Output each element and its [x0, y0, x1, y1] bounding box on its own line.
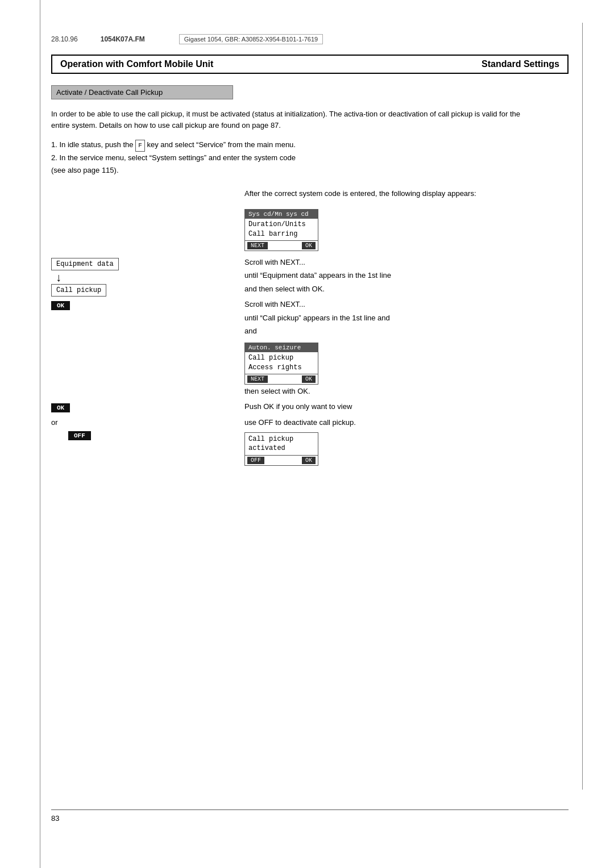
- then-select-row: then select with OK.: [51, 387, 569, 395]
- display1-title: Sys cd/Mn sys cd: [245, 210, 318, 219]
- step2-line: 2. In the service menu, select “System s…: [51, 152, 569, 164]
- title-left: Operation with Comfort Mobile Unit: [60, 59, 213, 69]
- until-call-pickup: until “Call pickup” appears in the 1st l…: [244, 312, 569, 324]
- right-col-after-code: After the correct system code is entered…: [244, 188, 569, 204]
- equipment-left: Equipment data ↓ Call pickup OK: [51, 257, 244, 339]
- until-equipment: until “Equipment data” appears in the 1s…: [244, 270, 569, 281]
- page-footer: 83: [51, 809, 569, 823]
- left-col-empty: [51, 188, 244, 204]
- section-header: Activate / Deactivate Call Pickup: [51, 85, 233, 99]
- display2-line1: Call pickup: [248, 353, 314, 363]
- or-section: or OFF use OFF to deactivate call pickup…: [51, 418, 569, 466]
- or-right: use OFF to deactivate call pickup. Call …: [244, 418, 569, 466]
- display3-line1: Call pickup: [248, 435, 314, 444]
- off-button-wrapper: OFF: [68, 429, 244, 443]
- display3-buttons: OFF OK: [245, 455, 318, 465]
- right-col-then: then select with OK.: [244, 387, 310, 395]
- step1-line: 1. In idle status, push the F key and se…: [51, 139, 569, 152]
- left-col-d1: [51, 209, 244, 251]
- scroll-next-1: Scroll with NEXT...: [244, 257, 569, 268]
- display1-buttons: NEXT OK: [245, 240, 318, 251]
- after-code-text: After the correct system code is entered…: [244, 188, 569, 199]
- display2-content: Call pickup Access rights: [245, 352, 318, 374]
- page-number: 83: [51, 814, 59, 823]
- display2-row: Auton. seizure Call pickup Access rights…: [51, 343, 569, 385]
- display1-line1: Duration/Units: [248, 220, 314, 229]
- right-col-d1: Sys cd/Mn sys cd Duration/Units Call bar…: [244, 209, 569, 251]
- footer-line: [51, 809, 569, 810]
- display3-line2: activated: [248, 444, 314, 453]
- use-off-text: use OFF to deactivate call pickup.: [244, 418, 569, 427]
- and-then-select: and then select with OK.: [244, 283, 569, 295]
- or-row: or: [51, 418, 244, 427]
- display1-line2: Call barring: [248, 229, 314, 239]
- header-date: 28.10.96: [51, 35, 78, 43]
- header: 28.10.96 1054K07A.FM Gigaset 1054, GBR: …: [51, 34, 569, 44]
- call-pickup-label: Call pickup: [51, 284, 106, 297]
- display2-box: Auton. seizure Call pickup Access rights…: [244, 343, 318, 385]
- equipment-right: Scroll with NEXT... until “Equipment dat…: [244, 257, 569, 339]
- display1-row: Sys cd/Mn sys cd Duration/Units Call bar…: [51, 209, 569, 251]
- ok-button-2[interactable]: OK: [51, 403, 70, 412]
- display1-box: Sys cd/Mn sys cd Duration/Units Call bar…: [244, 209, 318, 251]
- ok-button-1[interactable]: OK: [51, 301, 70, 310]
- display2-btn-ok: OK: [302, 375, 316, 383]
- left-col-then: [51, 387, 244, 395]
- header-filename: 1054K07A.FM: [101, 35, 145, 43]
- display3-btn-off: OFF: [247, 457, 264, 464]
- scroll-next-2: Scroll with NEXT...: [244, 299, 569, 310]
- display2-line2: Access rights: [248, 363, 314, 373]
- equipment-section: Equipment data ↓ Call pickup OK Scroll w…: [51, 257, 569, 339]
- page-container: 28.10.96 1054K07A.FM Gigaset 1054, GBR: …: [0, 0, 614, 868]
- left-col-d2: [51, 343, 244, 385]
- title-right: Standard Settings: [482, 59, 559, 69]
- display2-btn-next: NEXT: [247, 375, 268, 383]
- after-code-section: After the correct system code is entered…: [51, 188, 569, 204]
- step2-cont: (see also page 115).: [51, 164, 569, 177]
- title-bar: Operation with Comfort Mobile Unit Stand…: [51, 55, 569, 74]
- f-key: F: [135, 140, 145, 152]
- then-select-ok: then select with OK.: [244, 387, 310, 395]
- ok-view-section: OK Push OK if you only want to view: [51, 400, 569, 415]
- header-product: Gigaset 1054, GBR: A30852-X954-B101-1-76…: [179, 34, 323, 44]
- instructions: 1. In idle status, push the F key and se…: [51, 139, 569, 177]
- arrow-down-icon: ↓: [56, 272, 61, 283]
- right-col-ok: Push OK if you only want to view: [244, 400, 352, 411]
- display1-btn-next: NEXT: [247, 242, 268, 249]
- display2-buttons: NEXT OK: [245, 374, 318, 384]
- display3-box: Call pickup activated OFF OK: [244, 432, 318, 466]
- display1-btn-ok: OK: [302, 242, 316, 249]
- step1-cont: key and select “Service” from the main m…: [147, 140, 296, 149]
- or-text: or: [51, 418, 58, 427]
- and-text: and: [244, 326, 569, 337]
- push-ok-view: Push OK if you only want to view: [244, 402, 352, 411]
- off-button[interactable]: OFF: [68, 431, 91, 440]
- equipment-data-label: Equipment data: [51, 258, 119, 270]
- right-col-d2: Auton. seizure Call pickup Access rights…: [244, 343, 318, 385]
- or-left: or OFF: [51, 418, 244, 443]
- step1-text: 1. In idle status, push the: [51, 140, 134, 149]
- left-col-ok: OK: [51, 400, 244, 415]
- display1-content: Duration/Units Call barring: [245, 219, 318, 240]
- display3-btn-ok: OK: [302, 457, 316, 464]
- body-text: In order to be able to use the call pick…: [51, 108, 534, 131]
- step2-text: 2. In the service menu, select “System s…: [51, 153, 296, 162]
- display3-content: Call pickup activated: [245, 433, 318, 456]
- display2-title: Auton. seizure: [245, 343, 318, 352]
